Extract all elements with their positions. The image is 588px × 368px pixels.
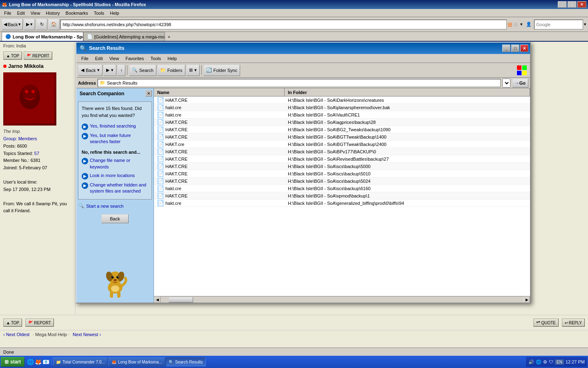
toolbar-views-dropdown[interactable]: ▾ — [194, 67, 197, 73]
window-close-btn[interactable]: ✕ — [520, 45, 528, 52]
forward-dropdown-icon[interactable]: ▾ — [30, 22, 33, 27]
companion-new-search[interactable]: 🔍 Start a new search — [78, 201, 152, 211]
win-menu-tools[interactable]: Tools — [147, 55, 165, 62]
table-row[interactable]: 📄HAKT.CREH:\Black Isle\BGII - SoA\DarkHo… — [154, 96, 530, 104]
table-row[interactable]: 📄hakt.creH:\Black Isle\BGII - SoA\genera… — [154, 200, 530, 207]
table-row[interactable]: 📄HAKT.CREH:\Black Isle\BGII - SoA\scs\ba… — [154, 170, 530, 177]
bookmark-star-icon[interactable]: ☆ — [513, 21, 519, 28]
scrollbar-track[interactable] — [160, 296, 523, 303]
top-button[interactable]: ▲ TOP — [3, 52, 22, 60]
table-row[interactable]: 📄hakt.creH:\Black Isle\BGII - SoA\planar… — [154, 104, 530, 111]
svg-point-18 — [118, 276, 118, 277]
column-header-name[interactable]: Name — [154, 88, 285, 96]
address-label: Address — [78, 81, 96, 85]
table-row[interactable]: 📄HAKT.CREH:\Black Isle\BGII - SoA\agpric… — [154, 119, 530, 126]
menu-view[interactable]: View — [28, 10, 43, 16]
report-button[interactable]: 🚩 REPORT — [24, 52, 52, 60]
browser-close-btn[interactable]: ✕ — [577, 1, 586, 8]
menu-bookmarks[interactable]: Bookmarks — [63, 10, 91, 16]
ie-icon[interactable]: 🌐 — [27, 359, 34, 365]
toolbar-folders-btn[interactable]: 📁 Folders — [157, 65, 185, 76]
column-header-folder[interactable]: In Folder — [285, 88, 530, 96]
taskbar-item-totalcmd[interactable]: 📁 Total Commander 7.0... — [53, 357, 108, 366]
tab-active[interactable]: 🔵 Long Bow of Marksmanship - Spe... ✕ — [2, 32, 83, 41]
menu-history[interactable]: History — [43, 10, 62, 16]
win-menu-file[interactable]: File — [78, 55, 92, 62]
toolbar-forward-dropdown[interactable]: ▾ — [111, 67, 114, 73]
refresh-button[interactable]: ↻ — [36, 19, 47, 30]
menu-tools[interactable]: Tools — [91, 10, 107, 16]
quote-button[interactable]: ❝❞ QUOTE — [533, 319, 559, 327]
table-row[interactable]: 📄HAKT.creH:\Black Isle\BGII - SoA\BGTTwe… — [154, 141, 530, 148]
next-newest-link[interactable]: Next Newest › — [73, 332, 101, 337]
browser-minimize-btn[interactable]: _ — [558, 1, 567, 8]
toolbar-back-dropdown[interactable]: ▾ — [97, 67, 100, 73]
companion-link-yes-done[interactable]: ▶ Yes, finished searching — [82, 122, 148, 131]
toolbar-views-btn[interactable]: ⊞ ▾ — [186, 65, 200, 76]
toolbar-up-btn[interactable]: ↑ — [117, 65, 125, 76]
firefox-icon[interactable]: 🦊 — [35, 359, 42, 365]
table-row[interactable]: 📄HAKT.CREH:\Black Isle\BGII - SoA\BGTTwe… — [154, 133, 530, 141]
window-restore-btn[interactable]: □ — [511, 45, 519, 52]
win-menu-view[interactable]: View — [106, 55, 122, 62]
bottom-top-button[interactable]: ▲ TOP — [3, 319, 22, 327]
taskbar-item-firefox[interactable]: 🦊 Long Bow of Marksma... — [109, 357, 165, 366]
email-icon[interactable]: 📧 — [42, 359, 49, 365]
win-menu-edit[interactable]: Edit — [92, 55, 106, 62]
table-row[interactable]: 📄HAKT.CREH:\Black Isle\BGII - SoA\Revise… — [154, 155, 530, 163]
companion-link-yes-faster[interactable]: ▶ Yes, but make future searches faster — [82, 131, 148, 146]
reply-button[interactable]: ↩ REPLY — [562, 319, 585, 327]
go-button[interactable]: → Go — [512, 79, 528, 88]
group-value[interactable]: Members — [18, 136, 37, 141]
menu-file[interactable]: File — [2, 10, 14, 16]
toolbar-search-btn[interactable]: 🔍 Search — [129, 65, 156, 76]
taskbar-item-search[interactable]: 🔍 Search Results — [166, 357, 206, 366]
table-row[interactable]: 📄HAKT.CREH:\Black Isle\BGII - SoA\BPv177… — [154, 148, 530, 155]
next-oldest-link[interactable]: ‹ Next Oldest — [3, 332, 29, 337]
tab-inactive[interactable]: 📄 [Guidelines] Attempting a mega-modific… — [83, 32, 165, 41]
menu-edit[interactable]: Edit — [15, 10, 27, 16]
address-bar-url[interactable]: http://www.shsforums.net/index.php?showt… — [62, 22, 171, 27]
menu-help[interactable]: Help — [107, 10, 122, 16]
win-menu-favorites[interactable]: Favorites — [122, 55, 147, 62]
toolbar-back-btn[interactable]: ◀ Back ▾ — [78, 65, 102, 76]
companion-link-hidden-files[interactable]: ▶ Change whether hidden and system files… — [82, 181, 148, 196]
table-row[interactable]: 📄HAKT.CREH:\Black Isle\BGII - SoA\xpmod\… — [154, 192, 530, 200]
toolbar-forward-btn[interactable]: ▶ ▾ — [103, 65, 116, 76]
home-button[interactable]: 🏠 — [48, 19, 60, 30]
bottom-report-button[interactable]: 🚩 REPORT — [25, 319, 54, 327]
companion-back-button[interactable]: Back — [101, 214, 128, 223]
scrollbar-left-btn[interactable]: ◀ — [154, 296, 160, 303]
table-row[interactable]: 📄hakt.creH:\Black Isle\BGII - SoA\Vault\… — [154, 111, 530, 119]
new-tab-button[interactable]: + — [165, 33, 173, 41]
scrollbar-right-btn[interactable]: ▶ — [523, 296, 530, 303]
topics-value[interactable]: 57 — [34, 151, 39, 156]
back-button[interactable]: ◀ Back ▾ — [2, 19, 23, 30]
bookmark-dropdown-icon[interactable]: ▾ — [519, 22, 523, 27]
address-field[interactable]: 📁 Search Results — [98, 79, 501, 87]
browser-titlebar: 🦊 Long Bow of Marksmanship - Spellhold S… — [0, 0, 588, 9]
language-indicator[interactable]: EN — [555, 359, 564, 365]
window-minimize-btn[interactable]: _ — [502, 45, 510, 52]
table-row[interactable]: 📄HAKT.CREH:\Black Isle\BGII - SoA\BG2_Tw… — [154, 126, 530, 133]
google-search-input[interactable] — [534, 20, 583, 29]
forward-button[interactable]: ▶ ▾ — [24, 19, 35, 30]
companion-close-btn[interactable]: ✕ — [145, 90, 152, 96]
browser-maximize-btn[interactable]: □ — [568, 1, 577, 8]
toolbar-folder-sync-btn[interactable]: 🔄 Folder Sync — [203, 65, 241, 76]
username-text[interactable]: Jarno Mikkola — [8, 63, 44, 69]
win-menu-help[interactable]: Help — [164, 55, 180, 62]
table-row[interactable]: 📄HAKT.CREH:\Black Isle\BGII - SoA\scs\ba… — [154, 177, 530, 185]
search-dropdown-icon[interactable]: ▾ — [584, 22, 586, 27]
scrollbar-thumb[interactable] — [169, 297, 193, 303]
back-dropdown-icon[interactable]: ▾ — [18, 22, 21, 27]
start-button[interactable]: ⊞ start — [1, 357, 24, 367]
address-dropdown[interactable] — [502, 79, 510, 88]
companion-link-change-name[interactable]: ▶ Change file name or keywords — [82, 156, 148, 171]
table-row[interactable]: 📄hakt.creH:\Black Isle\BGII - SoA\scs\ba… — [154, 185, 530, 192]
rss-icon[interactable]: ⊞ — [508, 21, 512, 28]
table-row[interactable]: 📄HAKT.CREH:\Black Isle\BGII - SoA\scs\ba… — [154, 163, 530, 170]
companion-link-more-locations[interactable]: ▶ Look in more locations — [82, 171, 148, 181]
horizontal-scrollbar[interactable]: ◀ ▶ — [154, 296, 530, 303]
mega-mod-help-text[interactable]: · Mega Mod Help · — [33, 332, 69, 337]
